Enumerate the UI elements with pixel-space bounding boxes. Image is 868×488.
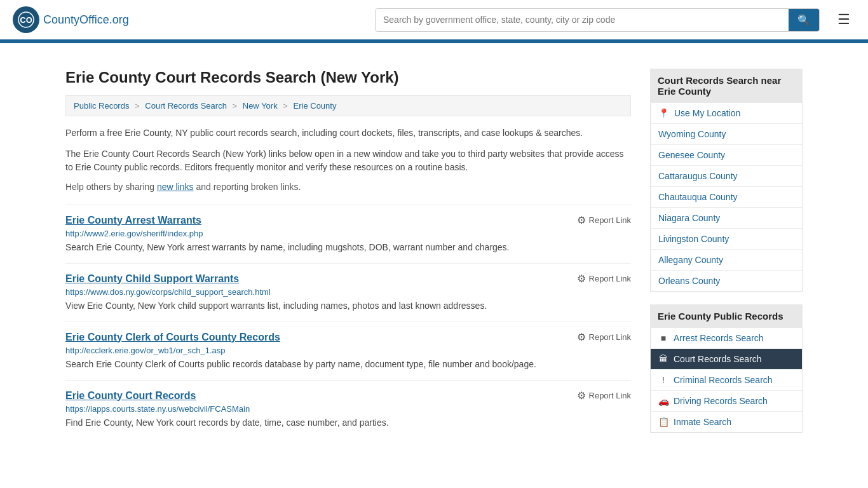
result-title-2[interactable]: Erie County Clerk of Courts County Recor… — [65, 332, 280, 343]
result-title-1[interactable]: Erie County Child Support Warrants — [65, 273, 239, 285]
result-url-1[interactable]: https://www.dos.ny.gov/corps/child_suppo… — [65, 287, 631, 297]
court-records-label: Court Records Search — [674, 354, 762, 364]
wyoming-link[interactable]: Wyoming County — [651, 124, 802, 144]
allegany-link[interactable]: Allegany County — [651, 250, 802, 270]
breadcrumb-public-records[interactable]: Public Records — [74, 101, 129, 111]
report-link-btn-2[interactable]: ⚙ Report Link — [577, 331, 631, 343]
description-1: Perform a free Erie County, NY public co… — [65, 126, 631, 140]
nearby-section: Court Records Search near Erie County 📍 … — [650, 69, 803, 292]
sidebar-item-niagara[interactable]: Niagara County — [651, 208, 802, 229]
driving-records-link[interactable]: 🚗 Driving Records Search — [651, 391, 802, 411]
sidebar-item-inmate[interactable]: 📋 Inmate Search — [651, 412, 802, 432]
result-title-0[interactable]: Erie County Arrest Warrants — [65, 215, 201, 226]
help-text: Help others by sharing new links and rep… — [65, 182, 631, 192]
result-desc-2: Search Erie County Clerk of Courts publi… — [65, 358, 631, 371]
search-input[interactable] — [376, 10, 789, 30]
use-location-label: Use My Location — [674, 108, 740, 118]
driving-records-label: Driving Records Search — [674, 396, 768, 406]
cattaraugus-label: Cattaraugus County — [658, 171, 738, 181]
result-header-1: Erie County Child Support Warrants ⚙ Rep… — [65, 273, 631, 285]
report-link-btn-1[interactable]: ⚙ Report Link — [577, 273, 631, 285]
court-records-link[interactable]: 🏛 Court Records Search — [651, 349, 802, 369]
main-layout: Erie County Court Records Search (New Yo… — [53, 56, 815, 458]
report-icon-3: ⚙ — [577, 390, 586, 402]
search-icon: 🔍 — [797, 15, 810, 25]
report-label-0: Report Link — [589, 215, 631, 225]
breadcrumb-erie-county[interactable]: Erie County — [294, 101, 337, 111]
use-location-link[interactable]: 📍 Use My Location — [651, 103, 802, 123]
page-title: Erie County Court Records Search (New Yo… — [65, 69, 631, 86]
use-location-item[interactable]: 📍 Use My Location — [651, 103, 802, 124]
logo-suffix: .org — [109, 13, 129, 26]
sidebar-item-arrest[interactable]: ■ Arrest Records Search — [651, 328, 802, 349]
breadcrumb-sep-1: > — [135, 101, 140, 111]
new-links[interactable]: new links — [157, 182, 194, 192]
nearby-list: 📍 Use My Location Wyoming County Genesee… — [650, 103, 803, 292]
sidebar-item-allegany[interactable]: Allegany County — [651, 250, 802, 271]
livingston-link[interactable]: Livingston County — [651, 229, 802, 249]
inmate-search-link[interactable]: 📋 Inmate Search — [651, 412, 802, 432]
sidebar-item-cattaraugus[interactable]: Cattaraugus County — [651, 166, 802, 187]
breadcrumb-sep-2: > — [233, 101, 238, 111]
result-url-3[interactable]: https://iapps.courts.state.ny.us/webcivi… — [65, 404, 631, 414]
logo[interactable]: CO CountyOffice.org — [13, 6, 129, 33]
niagara-label: Niagara County — [658, 213, 720, 223]
orleans-label: Orleans County — [658, 276, 720, 286]
breadcrumb: Public Records > Court Records Search > … — [65, 95, 631, 116]
breadcrumb-court-records[interactable]: Court Records Search — [145, 101, 227, 111]
report-label-3: Report Link — [589, 391, 631, 400]
criminal-records-link[interactable]: ! Criminal Records Search — [651, 370, 802, 390]
report-label-2: Report Link — [589, 332, 631, 342]
sidebar-item-court[interactable]: 🏛 Court Records Search — [651, 349, 802, 370]
header: CO CountyOffice.org 🔍 ☰ — [0, 0, 868, 41]
arrest-icon: ■ — [658, 333, 668, 343]
result-header-2: Erie County Clerk of Courts County Recor… — [65, 331, 631, 343]
description-2: The Erie County Court Records Search (Ne… — [65, 147, 631, 174]
chautauqua-link[interactable]: Chautauqua County — [651, 187, 802, 207]
genesee-link[interactable]: Genesee County — [651, 145, 802, 165]
allegany-label: Allegany County — [658, 255, 723, 265]
breadcrumb-new-york[interactable]: New York — [243, 101, 278, 111]
report-link-btn-3[interactable]: ⚙ Report Link — [577, 390, 631, 402]
sidebar-item-chautauqua[interactable]: Chautauqua County — [651, 187, 802, 208]
result-url-2[interactable]: http://ecclerk.erie.gov/or_wb1/or_sch_1.… — [65, 346, 631, 355]
result-header-0: Erie County Arrest Warrants ⚙ Report Lin… — [65, 214, 631, 226]
cattaraugus-link[interactable]: Cattaraugus County — [651, 166, 802, 186]
result-title-3[interactable]: Erie County Court Records — [65, 390, 196, 402]
search-bar: 🔍 — [375, 8, 820, 32]
arrest-records-link[interactable]: ■ Arrest Records Search — [651, 328, 802, 348]
result-item-3: Erie County Court Records ⚙ Report Link … — [65, 380, 631, 438]
sidebar-item-criminal[interactable]: ! Criminal Records Search — [651, 370, 802, 391]
logo-name: CountyOffice — [43, 13, 109, 26]
result-desc-1: View Erie County, New York child support… — [65, 299, 631, 313]
niagara-link[interactable]: Niagara County — [651, 208, 802, 228]
help-prefix: Help others by sharing — [65, 182, 157, 192]
results-list: Erie County Arrest Warrants ⚙ Report Lin… — [65, 205, 631, 438]
sidebar-item-livingston[interactable]: Livingston County — [651, 229, 802, 250]
result-item-2: Erie County Clerk of Courts County Recor… — [65, 322, 631, 380]
result-desc-0: Search Erie County, New York arrest warr… — [65, 241, 631, 254]
arrest-records-label: Arrest Records Search — [674, 333, 764, 343]
sidebar-item-genesee[interactable]: Genesee County — [651, 145, 802, 166]
driving-icon: 🚗 — [658, 396, 668, 406]
sidebar: Court Records Search near Erie County 📍 … — [650, 69, 803, 445]
result-desc-3: Find Erie County, New York court records… — [65, 416, 631, 430]
criminal-icon: ! — [658, 375, 668, 385]
public-records-section: Erie County Public Records ■ Arrest Reco… — [650, 304, 803, 433]
menu-button[interactable]: ☰ — [832, 9, 855, 30]
inmate-search-label: Inmate Search — [674, 417, 731, 427]
report-link-btn-0[interactable]: ⚙ Report Link — [577, 214, 631, 226]
search-button[interactable]: 🔍 — [789, 9, 819, 31]
result-url-0[interactable]: http://www2.erie.gov/sheriff/index.php — [65, 229, 631, 238]
sidebar-item-wyoming[interactable]: Wyoming County — [651, 124, 802, 145]
result-header-3: Erie County Court Records ⚙ Report Link — [65, 390, 631, 402]
logo-text: CountyOffice.org — [43, 13, 129, 27]
orleans-link[interactable]: Orleans County — [651, 271, 802, 291]
report-icon-1: ⚙ — [577, 273, 586, 285]
sidebar-item-orleans[interactable]: Orleans County — [651, 271, 802, 291]
report-icon-0: ⚙ — [577, 214, 586, 226]
report-icon-2: ⚙ — [577, 331, 586, 343]
sidebar-item-driving[interactable]: 🚗 Driving Records Search — [651, 391, 802, 412]
hamburger-icon: ☰ — [837, 11, 850, 27]
chautauqua-label: Chautauqua County — [658, 192, 738, 202]
